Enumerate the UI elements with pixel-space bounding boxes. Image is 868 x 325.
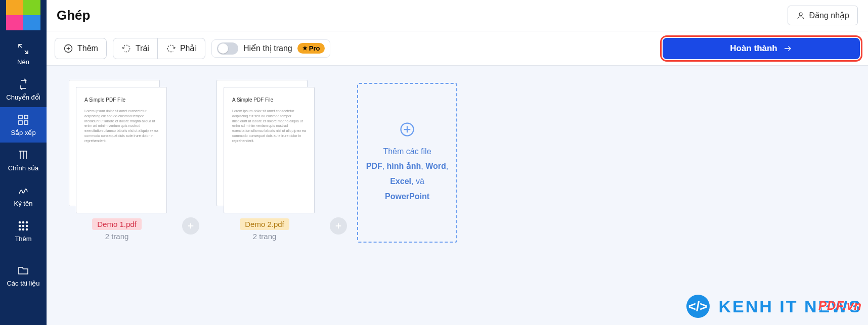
pro-badge: Pro bbox=[297, 43, 325, 54]
edit-icon bbox=[17, 149, 29, 161]
page-thumb[interactable]: A Simple PDF File Lorem ipsum dolor sit … bbox=[216, 80, 313, 211]
dropzone-types: PDF, hình ảnh, Word, Excel, vàPowerPoint bbox=[366, 159, 449, 204]
convert-icon bbox=[17, 78, 29, 90]
svg-rect-3 bbox=[24, 121, 28, 124]
app-logo[interactable] bbox=[6, 0, 40, 30]
more-icon bbox=[17, 220, 29, 232]
documents-icon bbox=[17, 264, 29, 276]
add-label: Thêm bbox=[77, 44, 98, 53]
svg-point-9 bbox=[26, 225, 28, 226]
file-card[interactable]: A Simple PDF File Lorem ipsum dolor sit … bbox=[59, 80, 175, 241]
organize-icon bbox=[17, 114, 29, 126]
sample-text: Lorem ipsum dolor sit amet consectetur a… bbox=[232, 109, 306, 144]
svg-point-6 bbox=[26, 221, 28, 223]
svg-point-13 bbox=[799, 13, 802, 16]
svg-point-5 bbox=[23, 221, 24, 223]
sidebar-nav: Nén Chuyển đổi Sắp xếp Chỉnh sửa Ký tên … bbox=[0, 36, 47, 293]
sidebar-item-kyten[interactable]: Ký tên bbox=[0, 178, 47, 213]
svg-point-7 bbox=[19, 225, 21, 226]
rotate-right-button[interactable]: Phải bbox=[158, 38, 205, 59]
sidebar-label: Sắp xếp bbox=[11, 129, 35, 136]
sidebar-item-them[interactable]: Thêm bbox=[0, 213, 47, 249]
add-files-dropzone[interactable]: Thêm các file PDF, hình ảnh, Word, Excel… bbox=[357, 83, 457, 243]
sidebar-label: Chỉnh sửa bbox=[8, 164, 38, 172]
sample-heading: A Simple PDF File bbox=[232, 97, 306, 104]
svg-rect-2 bbox=[19, 121, 22, 124]
sidebar-label: Chuyển đổi bbox=[6, 94, 40, 101]
plus-icon bbox=[186, 221, 195, 230]
rotate-group: Trái Phải bbox=[113, 38, 205, 59]
sidebar-label: Các tài liệu bbox=[7, 280, 39, 287]
rotate-right-label: Phải bbox=[180, 43, 197, 53]
main: Ghép Đăng nhập Thêm Trái Phải Hiển thị t… bbox=[47, 0, 868, 325]
page-thumb[interactable]: A Simple PDF File Lorem ipsum dolor sit … bbox=[69, 80, 165, 211]
sidebar-label: Ký tên bbox=[14, 200, 33, 207]
svg-rect-1 bbox=[24, 115, 28, 119]
svg-rect-0 bbox=[19, 115, 22, 119]
sidebar-label: Nén bbox=[17, 58, 29, 66]
sign-icon bbox=[17, 184, 29, 197]
add-button[interactable]: Thêm bbox=[55, 38, 107, 59]
page-count: 2 trang bbox=[105, 232, 129, 241]
topbar: Ghép Đăng nhập bbox=[47, 0, 868, 31]
login-label: Đăng nhập bbox=[809, 11, 849, 20]
rotate-left-label: Trái bbox=[136, 44, 149, 53]
plus-circle-icon bbox=[400, 122, 415, 137]
svg-point-4 bbox=[19, 221, 21, 223]
show-pages-control: Hiển thị trang Pro bbox=[211, 39, 330, 58]
file-name: Demo 2.pdf bbox=[240, 218, 289, 230]
workspace: A Simple PDF File Lorem ipsum dolor sit … bbox=[47, 66, 868, 325]
watermark-stamp: PDF.vn bbox=[818, 299, 862, 313]
show-pages-label: Hiển thị trang bbox=[243, 43, 292, 53]
login-button[interactable]: Đăng nhập bbox=[788, 6, 858, 25]
svg-point-11 bbox=[23, 228, 24, 230]
rotate-right-icon bbox=[166, 43, 176, 54]
plus-icon bbox=[334, 221, 343, 230]
sidebar-item-chinhsua[interactable]: Chỉnh sửa bbox=[0, 143, 47, 178]
page-title: Ghép bbox=[57, 8, 90, 23]
dropzone-text: Thêm các file bbox=[383, 144, 431, 159]
insert-between-button[interactable] bbox=[330, 217, 347, 235]
watermark-logo-icon: </> bbox=[684, 293, 712, 320]
show-pages-toggle[interactable] bbox=[217, 42, 238, 55]
sidebar-item-chuyendoi[interactable]: Chuyển đổi bbox=[0, 72, 47, 107]
toolbar: Thêm Trái Phải Hiển thị trang Pro Hoàn t… bbox=[47, 31, 868, 66]
file-name: Demo 1.pdf bbox=[92, 218, 142, 230]
sidebar: Nén Chuyển đổi Sắp xếp Chỉnh sửa Ký tên … bbox=[0, 0, 47, 325]
svg-point-8 bbox=[23, 225, 24, 226]
sidebar-label: Thêm bbox=[15, 235, 31, 243]
rotate-left-icon bbox=[121, 43, 132, 54]
sidebar-item-tailieu[interactable]: Các tài liệu bbox=[0, 258, 47, 293]
sample-text: Lorem ipsum dolor sit amet consectetur a… bbox=[84, 109, 158, 144]
arrow-right-icon bbox=[783, 44, 793, 53]
finish-button[interactable]: Hoàn thành bbox=[663, 38, 860, 59]
user-icon bbox=[796, 11, 805, 20]
sample-heading: A Simple PDF File bbox=[84, 97, 158, 104]
page-count: 2 trang bbox=[253, 232, 277, 241]
svg-point-10 bbox=[19, 228, 21, 230]
sidebar-item-nen[interactable]: Nén bbox=[0, 36, 47, 72]
insert-between-button[interactable] bbox=[182, 217, 199, 235]
svg-point-12 bbox=[26, 228, 28, 230]
compress-icon bbox=[17, 43, 29, 55]
sidebar-item-sapxep[interactable]: Sắp xếp bbox=[0, 107, 47, 143]
plus-circle-icon bbox=[63, 43, 73, 54]
rotate-left-button[interactable]: Trái bbox=[113, 38, 158, 59]
file-card[interactable]: A Simple PDF File Lorem ipsum dolor sit … bbox=[206, 80, 323, 241]
finish-label: Hoàn thành bbox=[730, 43, 777, 54]
